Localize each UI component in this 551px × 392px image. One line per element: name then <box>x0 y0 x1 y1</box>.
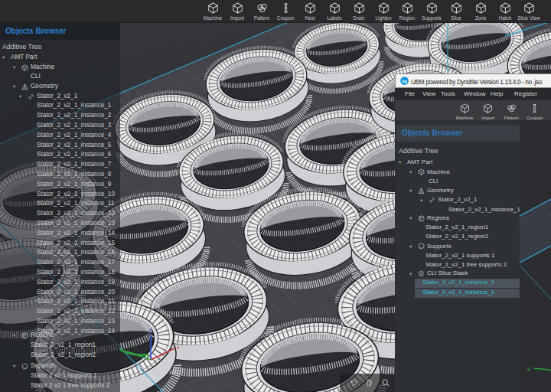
svg-text:Y: Y <box>527 366 531 373</box>
svg-text:x: x <box>177 345 180 350</box>
svg-text:z: z <box>148 328 152 333</box>
